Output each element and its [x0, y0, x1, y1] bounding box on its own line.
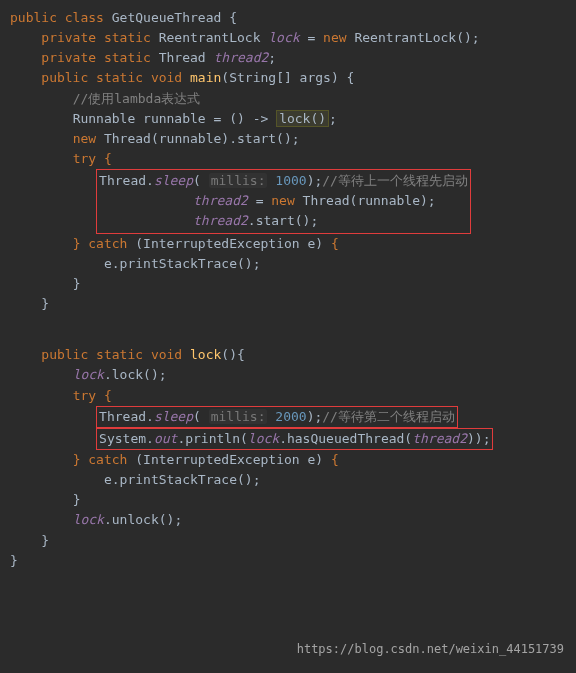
end-main: }	[10, 294, 566, 314]
end-lock: }	[10, 531, 566, 551]
end-try-lock: }	[10, 490, 566, 510]
blank-line	[10, 330, 566, 346]
main-sig: public static void main(String[] args) {	[10, 68, 566, 88]
try-open-main: try {	[10, 149, 566, 169]
end-class: }	[10, 551, 566, 571]
catch-main: } catch (InterruptedException e) {	[10, 234, 566, 254]
println-box: System.out.println(lock.hasQueuedThread(…	[10, 428, 566, 450]
print-stack-lock: e.printStackTrace();	[10, 470, 566, 490]
runnable-decl: Runnable runnable = () -> lock();	[10, 109, 566, 129]
comment-lambda: //使用lambda表达式	[10, 89, 566, 109]
blank-line	[10, 314, 566, 330]
try-open-lock: try {	[10, 386, 566, 406]
lock-call: lock.lock();	[10, 365, 566, 385]
end-try-main: }	[10, 274, 566, 294]
field-thread2: private static Thread thread2;	[10, 48, 566, 68]
field-lock: private static ReentrantLock lock = new …	[10, 28, 566, 48]
sleep-1000-box: Thread.sleep( millis: 1000);//等待上一个线程先启动…	[10, 169, 566, 233]
code-block: public class GetQueueThread { private st…	[10, 8, 566, 571]
unlock-call: lock.unlock();	[10, 510, 566, 530]
sleep-2000-box: Thread.sleep( millis: 2000);//等待第二个线程启动	[10, 406, 566, 428]
new-thread-start: new Thread(runnable).start();	[10, 129, 566, 149]
lock-sig: public static void lock(){	[10, 345, 566, 365]
catch-lock: } catch (InterruptedException e) {	[10, 450, 566, 470]
print-stack-main: e.printStackTrace();	[10, 254, 566, 274]
class-line: public class GetQueueThread {	[10, 8, 566, 28]
